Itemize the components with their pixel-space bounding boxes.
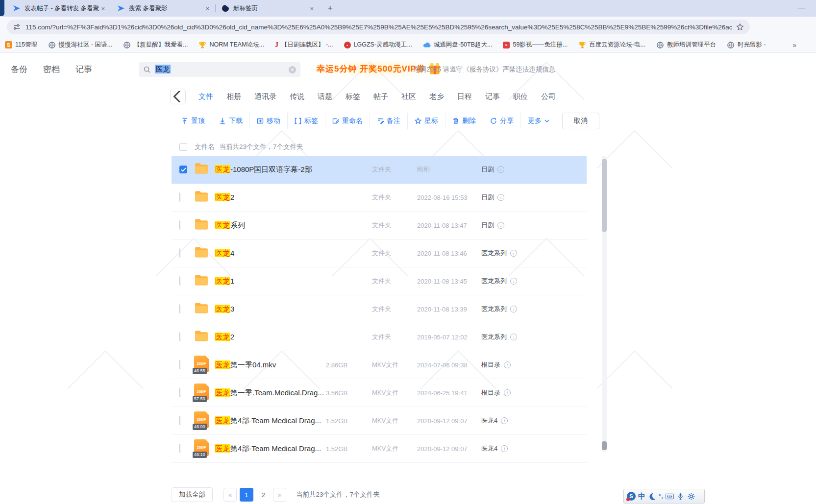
tab-记事[interactable]: 记事 bbox=[485, 92, 500, 101]
file-name[interactable]: 医龙2 bbox=[215, 333, 326, 342]
file-name[interactable]: 医龙3 bbox=[215, 305, 326, 314]
file-name[interactable]: 医龙第4部-Team Medical Drag... bbox=[215, 444, 326, 454]
ime-language-toggle[interactable]: 中 bbox=[638, 492, 645, 501]
site-nav-item-记事[interactable]: 记事 bbox=[75, 64, 92, 75]
browser-tab[interactable]: 搜索 多看聚影× bbox=[111, 0, 215, 17]
bookmark-item[interactable]: 百度云资源论坛-电... bbox=[578, 41, 645, 49]
scrollbar-track[interactable] bbox=[602, 156, 607, 452]
toolbar-button-移动[interactable]: 移动 bbox=[250, 113, 288, 129]
info-icon[interactable]: i bbox=[510, 306, 517, 312]
tab-close-icon[interactable]: × bbox=[203, 5, 211, 12]
row-checkbox[interactable] bbox=[179, 304, 180, 313]
toolbar-button-重命名[interactable]: 重命名 bbox=[325, 113, 370, 129]
search-input[interactable]: 医龙 ✕ bbox=[139, 62, 300, 77]
file-row[interactable]: 1080P46:00医龙第4部-Team Medical Drag...1.52… bbox=[172, 407, 587, 435]
file-name[interactable]: 医龙4 bbox=[215, 249, 326, 258]
bookmark-item[interactable]: NORM TEAM论坛... bbox=[198, 41, 264, 49]
file-row[interactable]: 医龙系列文件夹2020-11-08 13:47日剧i bbox=[172, 212, 587, 240]
tab-传说[interactable]: 传说 bbox=[290, 92, 304, 101]
tab-相册[interactable]: 相册 bbox=[226, 92, 241, 101]
load-all-button[interactable]: 加载全部 bbox=[172, 487, 213, 502]
scrollbar-thumb[interactable] bbox=[602, 159, 607, 232]
bookmark-item[interactable]: 【新提醒】我爱看... bbox=[123, 41, 188, 49]
page-button-2[interactable]: 2 bbox=[256, 488, 270, 502]
toolbar-button-分享[interactable]: 分享 bbox=[483, 113, 521, 129]
info-icon[interactable]: i bbox=[504, 389, 511, 396]
page-button-1[interactable]: 1 bbox=[240, 488, 253, 502]
toolbar-button-更多[interactable]: 更多 bbox=[521, 113, 556, 129]
file-row[interactable]: 1080P46:55医龙第一季04.mkv2.86GBMKV文件2024-07-… bbox=[172, 351, 587, 379]
tab-公司[interactable]: 公司 bbox=[541, 92, 556, 101]
bookmark-item[interactable]: J【日剧连载区】 -... bbox=[275, 41, 333, 49]
file-row[interactable]: 1080P46:10医龙第4部-Team Medical Drag...1.52… bbox=[172, 435, 587, 463]
toolbar-button-星标[interactable]: 星标 bbox=[408, 113, 445, 129]
row-checkbox[interactable] bbox=[179, 220, 180, 230]
row-checkbox[interactable] bbox=[179, 388, 180, 397]
next-page-button[interactable]: » bbox=[273, 488, 286, 502]
tab-通讯录[interactable]: 通讯录 bbox=[254, 92, 276, 101]
row-checkbox[interactable] bbox=[179, 248, 180, 258]
info-icon[interactable]: i bbox=[504, 361, 511, 368]
row-checkbox[interactable] bbox=[179, 192, 180, 202]
tab-老乡[interactable]: 老乡 bbox=[429, 92, 444, 101]
file-name[interactable]: 医龙2 bbox=[215, 193, 326, 202]
row-checkbox[interactable] bbox=[179, 332, 180, 341]
row-checkbox[interactable] bbox=[179, 416, 180, 425]
file-name[interactable]: 医龙第一季04.mkv bbox=[215, 360, 326, 370]
site-nav-item-密档[interactable]: 密档 bbox=[43, 64, 60, 75]
file-name[interactable]: 医龙1 bbox=[215, 277, 326, 286]
scrollbar-down-nub[interactable] bbox=[602, 441, 607, 450]
file-name[interactable]: 医龙第4部-Team Medical Drag... bbox=[215, 416, 326, 426]
tab-社区[interactable]: 社区 bbox=[401, 92, 416, 101]
info-icon[interactable]: i bbox=[510, 334, 517, 340]
bookmark-item[interactable]: ●LGGZS-灵感动漫工... bbox=[344, 41, 412, 49]
info-icon[interactable]: i bbox=[497, 166, 504, 173]
select-all-checkbox[interactable] bbox=[179, 143, 187, 151]
file-row[interactable]: 医龙1文件夹2020-11-08 13:45医龙系列i bbox=[172, 267, 587, 295]
url-text[interactable]: 115.com/?url=%2F%3Faid%3D1%26cid%3D0%26o… bbox=[25, 24, 732, 31]
info-icon[interactable]: i bbox=[497, 222, 504, 229]
moon-icon[interactable] bbox=[648, 493, 656, 500]
tab-日程[interactable]: 日程 bbox=[457, 92, 472, 101]
file-row[interactable]: 医龙-1080P国日双语字幕-2部文件夹刚刚日剧i bbox=[172, 156, 587, 184]
search-clear-icon[interactable]: ✕ bbox=[289, 66, 296, 73]
keyboard-icon[interactable] bbox=[666, 493, 674, 500]
toolbar-button-标签[interactable]: 标签 bbox=[288, 113, 325, 129]
window-minimize-button[interactable]: — bbox=[798, 3, 805, 11]
back-button[interactable] bbox=[170, 89, 186, 104]
file-name[interactable]: 医龙第一季.Team.Medical.Drag... bbox=[215, 388, 326, 398]
ime-logo-icon[interactable]: S bbox=[627, 492, 636, 501]
info-icon[interactable]: i bbox=[497, 194, 504, 201]
row-checkbox[interactable] bbox=[179, 166, 187, 173]
tab-标签[interactable]: 标签 bbox=[346, 92, 360, 101]
toolbar-button-下载[interactable]: 下载 bbox=[212, 113, 250, 129]
bookmark-item[interactable]: 城通网盘-50TB超大... bbox=[423, 41, 492, 49]
file-row[interactable]: 医龙3文件夹2020-11-08 13:39医龙系列i bbox=[172, 295, 587, 323]
row-checkbox[interactable] bbox=[179, 444, 180, 453]
bookmark-item[interactable]: 教师培训管理平台 bbox=[656, 41, 716, 49]
address-bar[interactable]: 115.com/?url=%2F%3Faid%3D1%26cid%3D0%26o… bbox=[7, 20, 750, 34]
file-row[interactable]: 1080P57:50医龙第一季.Team.Medical.Drag...3.56… bbox=[172, 379, 587, 407]
row-checkbox[interactable] bbox=[179, 360, 180, 369]
toolbar-button-置顶[interactable]: 置顶 bbox=[174, 113, 212, 129]
row-checkbox[interactable] bbox=[179, 276, 180, 286]
info-icon[interactable]: i bbox=[501, 445, 508, 452]
tab-话题[interactable]: 话题 bbox=[318, 92, 332, 101]
tab-文件[interactable]: 文件 bbox=[198, 92, 213, 101]
tab-职位[interactable]: 职位 bbox=[513, 92, 528, 101]
file-name[interactable]: 医龙系列 bbox=[215, 221, 326, 230]
tab-帖子[interactable]: 帖子 bbox=[373, 92, 388, 101]
bookmark-star-icon[interactable] bbox=[736, 23, 744, 31]
ime-punctuation-toggle[interactable]: °, bbox=[659, 493, 663, 499]
bookmarks-overflow-chevron[interactable]: » bbox=[792, 41, 796, 49]
info-icon[interactable]: i bbox=[501, 417, 508, 424]
cancel-button[interactable]: 取消 bbox=[562, 113, 599, 129]
bookmark-item[interactable]: ▸59影视——免注册... bbox=[503, 41, 568, 49]
file-row[interactable]: 医龙2文件夹2022-08-16 15:53日剧i bbox=[172, 184, 587, 212]
microphone-icon[interactable] bbox=[676, 493, 685, 500]
gear-icon[interactable] bbox=[687, 493, 695, 500]
bookmark-item[interactable]: 时光留影 - bbox=[727, 41, 766, 49]
tab-close-icon[interactable]: × bbox=[99, 5, 107, 12]
prev-page-button[interactable]: « bbox=[223, 488, 237, 502]
toolbar-button-删除[interactable]: 删除 bbox=[445, 113, 483, 129]
